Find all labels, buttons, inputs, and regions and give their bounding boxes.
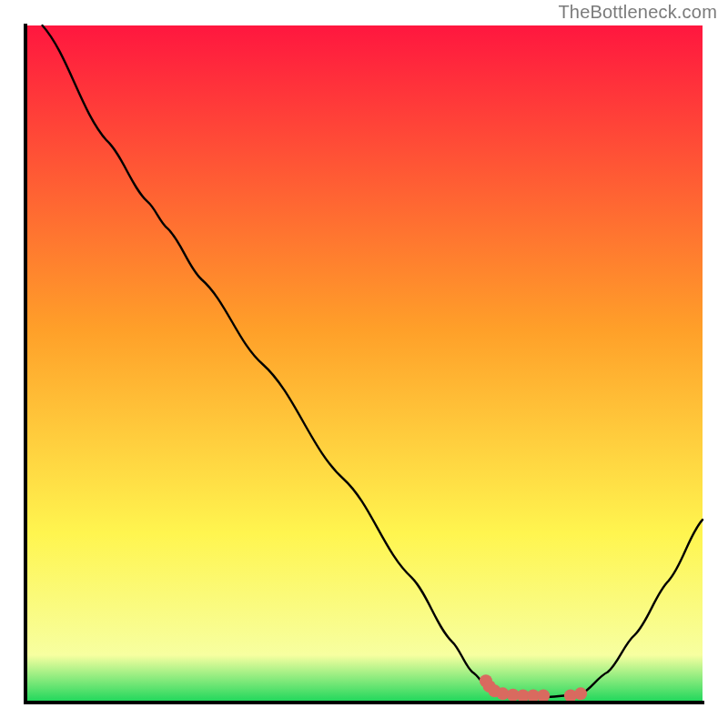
optimum-marker-dot <box>574 687 587 700</box>
attribution-text: TheBottleneck.com <box>558 2 717 23</box>
plot-background <box>25 25 703 703</box>
optimum-marker-dot <box>537 690 550 703</box>
bottleneck-chart <box>0 0 728 728</box>
